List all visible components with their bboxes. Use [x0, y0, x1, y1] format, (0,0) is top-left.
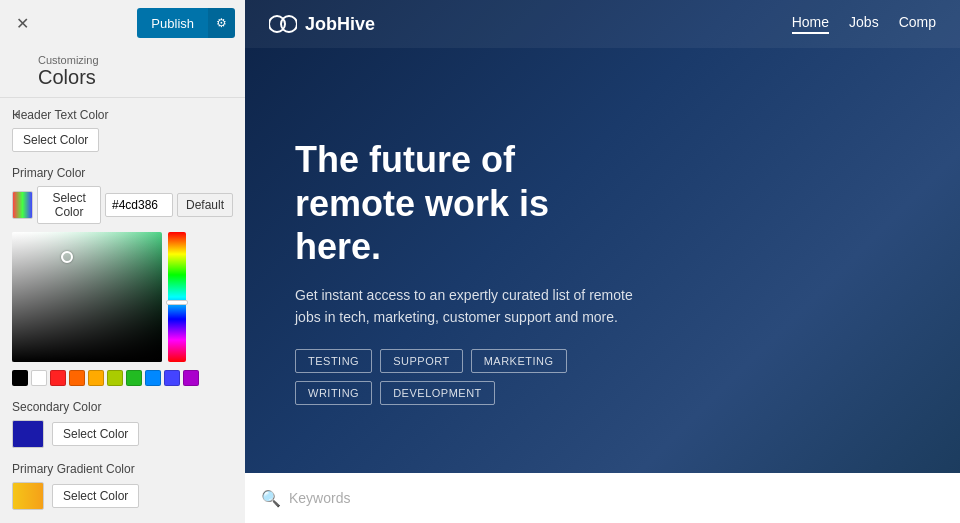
- swatch-blue[interactable]: [145, 370, 161, 386]
- primary-gradient-label: Primary Gradient Color: [12, 462, 233, 476]
- color-gradient-canvas[interactable]: [12, 232, 162, 362]
- nav-link-home[interactable]: Home: [792, 14, 829, 34]
- gradient-dark-overlay: [12, 232, 162, 362]
- breadcrumb: ‹ Customizing Colors: [0, 46, 245, 97]
- search-icon: 🔍: [261, 489, 281, 508]
- color-swatches-row: [12, 370, 233, 386]
- swatch-dark-blue[interactable]: [164, 370, 180, 386]
- top-bar-area: ✕ Publish ⚙ ‹ Customizing Colors: [0, 0, 245, 98]
- hue-slider[interactable]: [166, 300, 188, 305]
- site-nav-links: Home Jobs Comp: [792, 14, 936, 34]
- hero-content: The future of remote work is here. Get i…: [295, 138, 633, 424]
- swatch-yellow[interactable]: [88, 370, 104, 386]
- tag-development[interactable]: DEVELOPMENT: [380, 381, 495, 405]
- primary-color-section: Primary Color Select Color Default: [12, 166, 233, 386]
- tag-support[interactable]: SUPPORT: [380, 349, 462, 373]
- primary-color-row: Select Color Default: [12, 186, 233, 224]
- swatch-orange[interactable]: [69, 370, 85, 386]
- svg-point-1: [281, 16, 297, 32]
- primary-gradient-row: Select Color: [12, 482, 233, 510]
- secondary-color-row: Select Color: [12, 420, 233, 448]
- customizer-panel: ✕ Publish ⚙ ‹ Customizing Colors Header …: [0, 0, 245, 523]
- swatch-red[interactable]: [50, 370, 66, 386]
- primary-color-swatch-btn[interactable]: [12, 191, 33, 219]
- site-nav: JobHive Home Jobs Comp: [245, 0, 960, 48]
- secondary-select-color-btn[interactable]: Select Color: [52, 422, 139, 446]
- search-bar[interactable]: 🔍 Keywords: [245, 473, 960, 523]
- primary-gradient-section: Primary Gradient Color Select Color: [12, 462, 233, 510]
- header-text-color-btn[interactable]: Select Color: [12, 128, 99, 152]
- logo-icon: [269, 12, 297, 36]
- panel-content: Header Text Color Select Color Primary C…: [0, 98, 245, 523]
- breadcrumb-parent: Customizing: [38, 54, 233, 66]
- tag-testing[interactable]: TESTING: [295, 349, 372, 373]
- nav-link-comp[interactable]: Comp: [899, 14, 936, 34]
- hue-bar-container: [168, 232, 186, 362]
- hero-subtitle: Get instant access to an expertly curate…: [295, 284, 633, 329]
- search-placeholder-text: Keywords: [289, 490, 350, 506]
- hero-tags: TESTING SUPPORT MARKETING WRITING DEVELO…: [295, 349, 633, 405]
- site-preview: JobHive Home Jobs Comp The future of rem…: [245, 0, 960, 523]
- primary-hex-input[interactable]: [105, 193, 173, 217]
- hue-bar[interactable]: [168, 232, 186, 362]
- tag-marketing[interactable]: MARKETING: [471, 349, 567, 373]
- breadcrumb-title: Colors: [38, 66, 233, 89]
- publish-button[interactable]: Publish: [137, 8, 208, 38]
- swatch-white[interactable]: [31, 370, 47, 386]
- back-button[interactable]: ‹: [10, 101, 23, 127]
- logo-text: JobHive: [305, 14, 375, 35]
- publish-group: Publish ⚙: [137, 8, 235, 38]
- primary-color-label: Primary Color: [12, 166, 233, 180]
- nav-link-jobs[interactable]: Jobs: [849, 14, 879, 34]
- header-text-color-label: Header Text Color: [12, 108, 233, 122]
- secondary-color-section: Secondary Color Select Color: [12, 400, 233, 448]
- publish-gear-button[interactable]: ⚙: [208, 8, 235, 38]
- color-picker: [12, 232, 233, 362]
- hero-section: The future of remote work is here. Get i…: [245, 0, 960, 523]
- site-logo: JobHive: [269, 12, 375, 36]
- secondary-color-swatch[interactable]: [12, 420, 44, 448]
- primary-gradient-select-btn[interactable]: Select Color: [52, 484, 139, 508]
- swatch-green[interactable]: [126, 370, 142, 386]
- swatch-purple[interactable]: [183, 370, 199, 386]
- tag-writing[interactable]: WRITING: [295, 381, 372, 405]
- swatch-yellow-green[interactable]: [107, 370, 123, 386]
- hero-title: The future of remote work is here.: [295, 138, 633, 268]
- secondary-color-label: Secondary Color: [12, 400, 233, 414]
- primary-gradient-swatch[interactable]: [12, 482, 44, 510]
- primary-select-color-btn[interactable]: Select Color: [37, 186, 101, 224]
- primary-default-btn[interactable]: Default: [177, 193, 233, 217]
- header-text-color-section: Header Text Color Select Color: [12, 108, 233, 152]
- close-button[interactable]: ✕: [10, 11, 34, 35]
- swatch-black[interactable]: [12, 370, 28, 386]
